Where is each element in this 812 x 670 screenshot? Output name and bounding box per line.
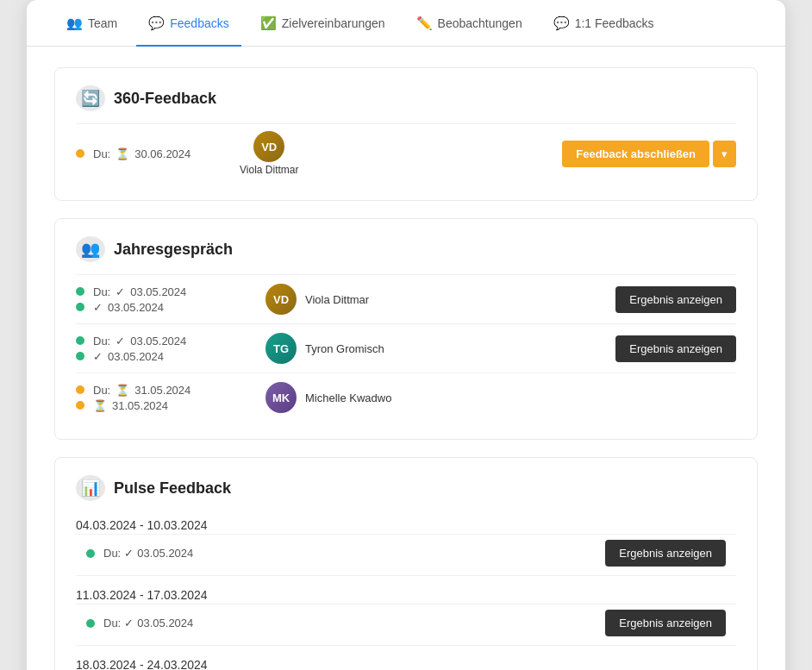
check-viola-self: ✓ <box>116 285 125 298</box>
tab-team[interactable]: 👥 Team <box>54 0 129 47</box>
dot-green-tyron-peer <box>76 352 84 360</box>
section-pulse-title: 📊 Pulse Feedback <box>76 475 736 501</box>
section-jahres-icon: 👥 <box>76 236 105 262</box>
pulse-range-3: 18.03.2024 - 24.03.2024 <box>76 653 736 670</box>
pulse-period-1: 04.03.2024 - 10.03.2024 Du: ✓ 03.05.2024… <box>76 513 736 572</box>
action-viola-jahres: Ergebnis anzeigen <box>615 286 736 313</box>
section-pulse-icon: 📊 <box>76 475 105 501</box>
pulse-check-2: ✓ <box>124 617 134 629</box>
peer-avatar-michelle-jahres: MK <box>265 382 297 413</box>
pulse-action-1: Ergebnis anzeigen <box>605 540 726 567</box>
pulse-date-1: 03.05.2024 <box>137 547 193 560</box>
ergebnis-pulse-button-2[interactable]: Ergebnis anzeigen <box>605 610 726 636</box>
pulse-self-label-2: Du: <box>103 617 121 629</box>
clock-michelle-self: ⏳ <box>116 384 129 397</box>
tab-feedbacks-label: Feedbacks <box>170 16 228 30</box>
tab-feedbacks[interactable]: 💬 Feedbacks <box>136 0 240 47</box>
jahres-peer-info-viola: VD Viola Dittmar <box>231 284 615 315</box>
peer-name-viola-jahres: Viola Dittmar <box>305 293 369 306</box>
dot-green-tyron-self <box>76 336 84 345</box>
peer-name-michelle-jahres: Michelle Kwadwo <box>305 391 391 404</box>
dot-yellow-michelle-self <box>76 385 84 394</box>
check-tyron-self: ✓ <box>116 335 125 348</box>
one-icon: 💬 <box>553 16 570 31</box>
date-michelle-peer: 31.05.2024 <box>112 399 168 412</box>
pulse-row-2: Du: ✓ 03.05.2024 Ergebnis anzeigen <box>76 604 736 642</box>
date-tyron-self: 03.05.2024 <box>130 335 186 348</box>
jahres-peer-status-michelle: ⏳ 31.05.2024 <box>76 399 231 412</box>
main-content: 🔄 360-Feedback Du: ⏳ 30.06.2024 VD Viola… <box>27 47 785 670</box>
feedback-abschliessen-button[interactable]: Feedback abschließen <box>562 141 709 167</box>
pulse-dot-2 <box>86 619 95 628</box>
self-label-jahres-viola: Du: <box>93 285 110 298</box>
ergebnis-button-viola[interactable]: Ergebnis anzeigen <box>615 286 736 313</box>
pulse-dot-1 <box>86 549 95 558</box>
pulse-row-1: Du: ✓ 03.05.2024 Ergebnis anzeigen <box>76 534 736 572</box>
jahres-self-tyron: Du: ✓ 03.05.2024 ✓ 03.05.2024 <box>76 335 231 363</box>
pulse-action-2: Ergebnis anzeigen <box>605 610 726 636</box>
jahres-self-viola: Du: ✓ 03.05.2024 ✓ 03.05.2024 <box>76 285 231 314</box>
self-clock-icon-360: ⏳ <box>116 147 129 160</box>
tab-ziel-label: Zielvereinbarungen <box>282 16 385 30</box>
action-area-360: Feedback abschließen ▾ <box>562 141 736 167</box>
pulse-self-label-1: Du: <box>103 547 121 560</box>
date-viola-self: 03.05.2024 <box>130 285 186 298</box>
ergebnis-button-tyron[interactable]: Ergebnis anzeigen <box>615 335 736 362</box>
self-info-360: Du: ⏳ 30.06.2024 <box>76 147 222 160</box>
team-icon: 👥 <box>66 16 83 31</box>
dot-green-viola-self <box>76 287 84 296</box>
self-dot-360 <box>76 149 84 158</box>
tab-beob-label: Beobachtungen <box>438 16 522 30</box>
pulse-range-2: 11.03.2024 - 17.03.2024 <box>76 583 736 604</box>
ziel-icon: ✅ <box>260 16 277 31</box>
jahres-row-michelle: Du: ⏳ 31.05.2024 ⏳ 31.05.2024 MK Michell… <box>76 373 736 422</box>
jahres-row-tyron: Du: ✓ 03.05.2024 ✓ 03.05.2024 TG Tyron G… <box>76 323 736 373</box>
jahres-self-status-michelle: Du: ⏳ 31.05.2024 <box>76 384 231 397</box>
dot-yellow-michelle-peer <box>76 401 84 410</box>
peer-avatar-tyron-jahres: TG <box>265 333 297 364</box>
jahres-row-viola: Du: ✓ 03.05.2024 ✓ 03.05.2024 VD Viola D… <box>76 274 736 323</box>
peer-avatar-viola-360: VD <box>253 131 284 162</box>
self-date-360: 30.06.2024 <box>134 147 191 160</box>
beob-icon: ✏️ <box>416 16 433 31</box>
tab-one-label: 1:1 Feedbacks <box>575 16 654 30</box>
date-viola-peer: 03.05.2024 <box>108 301 164 314</box>
action-tyron-jahres: Ergebnis anzeigen <box>615 335 736 362</box>
peer-avatar-viola-jahres: VD <box>265 284 297 315</box>
check-tyron-peer: ✓ <box>93 350 103 363</box>
peer-name-tyron-jahres: Tyron Gromisch <box>305 342 384 355</box>
jahres-self-michelle: Du: ⏳ 31.05.2024 ⏳ 31.05.2024 <box>76 384 231 412</box>
tab-one-on-one[interactable]: 💬 1:1 Feedbacks <box>541 0 666 47</box>
date-michelle-self: 31.05.2024 <box>134 384 191 397</box>
pulse-period-3: 18.03.2024 - 24.03.2024 <box>76 645 736 670</box>
self-label-360: Du: <box>93 147 110 160</box>
feedback360-row-1: Du: ⏳ 30.06.2024 VD Viola Dittmar Feedba… <box>76 123 736 183</box>
jahres-self-status-tyron: Du: ✓ 03.05.2024 <box>76 335 231 348</box>
peer-360: VD Viola Dittmar <box>222 131 298 176</box>
dot-green-viola-peer <box>76 303 84 311</box>
jahres-peer-status-tyron: ✓ 03.05.2024 <box>76 350 231 363</box>
tab-beobachtungen[interactable]: ✏️ Beobachtungen <box>404 0 534 47</box>
pulse-range-1: 04.03.2024 - 10.03.2024 <box>76 513 736 534</box>
jahres-self-status-viola: Du: ✓ 03.05.2024 <box>76 285 231 298</box>
ergebnis-pulse-button-1[interactable]: Ergebnis anzeigen <box>605 540 726 567</box>
date-tyron-peer: 03.05.2024 <box>108 350 164 363</box>
pulse-date-2: 03.05.2024 <box>137 617 193 629</box>
section-jahres-title: 👥 Jahresgespräch <box>76 236 736 262</box>
tab-bar: 👥 Team 💬 Feedbacks ✅ Zielvereinbarungen … <box>27 0 785 47</box>
section-jahresgespraech: 👥 Jahresgespräch Du: ✓ 03.05.2024 ✓ 03.0… <box>54 218 758 440</box>
clock-michelle-peer: ⏳ <box>93 399 107 412</box>
peer-name-360: Viola Dittmar <box>240 164 298 176</box>
feedback-dropdown-button[interactable]: ▾ <box>713 141 736 167</box>
feedbacks-icon: 💬 <box>148 16 165 31</box>
jahres-peer-status-viola: ✓ 03.05.2024 <box>76 301 231 314</box>
pulse-period-2: 11.03.2024 - 17.03.2024 Du: ✓ 03.05.2024… <box>76 575 736 642</box>
tab-zielvereinbarungen[interactable]: ✅ Zielvereinbarungen <box>248 0 397 47</box>
pulse-check-1: ✓ <box>124 547 134 560</box>
jahres-peer-info-michelle: MK Michelle Kwadwo <box>231 382 736 413</box>
jahres-peer-info-tyron: TG Tyron Gromisch <box>231 333 615 364</box>
check-viola-peer: ✓ <box>93 301 103 314</box>
section-360-title: 🔄 360-Feedback <box>76 85 736 111</box>
tab-team-label: Team <box>88 16 117 30</box>
section-360-feedback: 🔄 360-Feedback Du: ⏳ 30.06.2024 VD Viola… <box>54 67 758 201</box>
